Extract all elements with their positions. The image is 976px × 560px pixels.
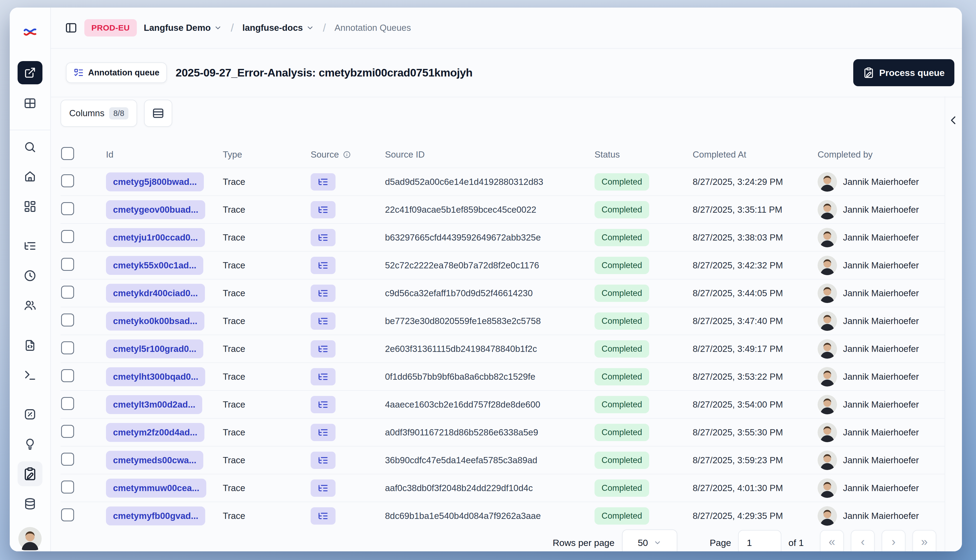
row-id-link[interactable]: cmetygeov00buad...	[106, 200, 205, 219]
first-page-button[interactable]: «	[820, 530, 844, 552]
row-source-link[interactable]	[310, 257, 335, 274]
row-checkbox[interactable]	[61, 342, 74, 354]
chevron-down-icon	[654, 538, 662, 547]
sidebar-item-evaluation[interactable]	[23, 408, 37, 421]
row-checkbox[interactable]	[61, 425, 74, 438]
row-checkbox[interactable]	[61, 202, 74, 215]
project-switcher[interactable]: langfuse-docs	[242, 23, 314, 33]
clipboard-pen-icon	[863, 67, 874, 78]
row-completed-at: 8/27/2025, 3:49:17 PM	[692, 344, 818, 354]
table-row: cmetylht300bqad0... Trace 0f1dd65b7bb9bf…	[60, 362, 945, 390]
queue-items-table: Id Type Source Source ID Status Complete…	[60, 142, 945, 530]
sidebar-item-playground[interactable]	[23, 368, 37, 382]
list-tree-icon	[318, 232, 329, 243]
row-id-link[interactable]: cmetyju1r00ccad0...	[106, 228, 205, 247]
org-switcher[interactable]: Langfuse Demo	[144, 23, 222, 33]
row-source-link[interactable]	[310, 396, 335, 413]
row-completed-at: 8/27/2025, 3:38:03 PM	[692, 232, 818, 243]
row-id-link[interactable]: cmetymeds00cwa...	[106, 451, 203, 470]
row-checkbox[interactable]	[61, 258, 74, 271]
row-id-link[interactable]: cmetyko0k00bsad...	[106, 312, 204, 330]
row-checkbox[interactable]	[61, 286, 74, 298]
row-checkbox[interactable]	[61, 313, 74, 327]
sidebar-item-tracing[interactable]	[23, 240, 37, 252]
row-source-link[interactable]	[310, 201, 335, 218]
row-id-link[interactable]: cmetyl5r100grad0...	[106, 340, 203, 358]
sidebar-item-dashboards[interactable]	[23, 200, 37, 213]
sidebar-divider	[10, 130, 50, 130]
chevron-down-icon	[214, 24, 222, 32]
row-source-link[interactable]	[310, 480, 335, 497]
row-checkbox[interactable]	[61, 480, 74, 493]
avatar	[818, 339, 837, 358]
row-source-link[interactable]	[310, 424, 335, 441]
status-badge: Completed	[594, 173, 649, 190]
row-completed-at: 8/27/2025, 3:24:29 PM	[692, 177, 818, 187]
avatar	[818, 283, 837, 303]
table-row: cmetyg5j800bwad... Trace d5ad9d52a00c6e1…	[60, 168, 945, 195]
sidebar-item-tables[interactable]	[23, 97, 37, 110]
row-checkbox[interactable]	[61, 369, 74, 382]
prev-page-button[interactable]: ‹	[851, 530, 874, 552]
status-badge: Completed	[594, 507, 649, 525]
sidebar-item-datasets[interactable]	[23, 497, 37, 510]
row-type: Trace	[223, 400, 310, 410]
row-source-id: b63297665cfd4439592649672abb325e	[385, 232, 594, 243]
row-checkbox[interactable]	[61, 397, 74, 410]
sidebar-item-insights[interactable]	[23, 438, 37, 450]
breadcrumb-section[interactable]: Annotation Queues	[334, 23, 411, 33]
columns-count-badge: 8/8	[109, 107, 128, 120]
row-id-link[interactable]: cmetykdr400ciad0...	[106, 284, 205, 303]
row-source-link[interactable]	[310, 340, 335, 358]
list-tree-icon	[318, 316, 329, 327]
user-avatar-button[interactable]	[18, 527, 42, 550]
next-page-button[interactable]: ›	[882, 530, 906, 552]
pager: « ‹ › »	[820, 530, 936, 552]
row-checkbox[interactable]	[61, 508, 74, 522]
row-source-link[interactable]	[310, 173, 335, 190]
avatar	[818, 312, 837, 331]
sidebar-item-home[interactable]	[23, 170, 37, 183]
row-source-id: be7723e30d8020559fe1e8583e2c5758	[385, 316, 594, 326]
sidebar-item-search[interactable]	[23, 140, 37, 153]
row-id-link[interactable]: cmetymmuw00cea...	[106, 478, 206, 498]
row-checkbox[interactable]	[61, 174, 74, 187]
sidebar-item-prompts[interactable]	[23, 339, 37, 352]
row-source-link[interactable]	[310, 312, 335, 330]
sidebar-item-open-external[interactable]	[18, 61, 42, 84]
sidebar-item-sessions[interactable]	[23, 269, 37, 282]
rows-per-page-select[interactable]: 50	[622, 530, 677, 552]
row-source-link[interactable]	[310, 452, 335, 469]
row-id-link[interactable]: cmetylt3m00d2ad...	[106, 395, 202, 414]
row-source-id: 22c41f09acae5b1ef859bcec45ce0022	[385, 205, 594, 215]
table-row: cmetymyfb00gvad... Trace 8dc69b1ba1e540b…	[60, 502, 945, 530]
row-checkbox[interactable]	[61, 230, 74, 243]
row-id-link[interactable]: cmetyk55x00c1ad...	[106, 256, 203, 275]
row-id-link[interactable]: cmetyg5j800bwad...	[106, 172, 204, 192]
sidebar-item-users[interactable]	[23, 299, 37, 312]
row-id-link[interactable]: cmetylht300bqad0...	[106, 367, 205, 386]
row-type: Trace	[223, 455, 310, 465]
row-id-link[interactable]: cmetymyfb00gvad...	[106, 507, 205, 525]
page-number-input[interactable]	[738, 530, 781, 552]
sidebar-item-annotation-queues[interactable]	[18, 462, 42, 486]
row-type: Trace	[223, 427, 310, 438]
row-source-link[interactable]	[310, 229, 335, 246]
process-queue-button[interactable]: Process queue	[853, 59, 954, 86]
row-source-link[interactable]	[310, 507, 335, 525]
row-height-button[interactable]	[144, 100, 172, 127]
collapse-panel-button[interactable]	[948, 114, 960, 127]
row-checkbox[interactable]	[61, 453, 74, 466]
table-toolbar: Columns 8/8	[51, 97, 962, 129]
page-label: Page	[710, 538, 731, 548]
table-row: cmetyl5r100grad0... Trace 2e603f31361115…	[60, 335, 945, 362]
row-source-link[interactable]	[310, 285, 335, 302]
columns-button[interactable]: Columns 8/8	[60, 100, 137, 127]
row-id-link[interactable]: cmetym2fz00d4ad...	[106, 423, 204, 442]
sidebar-toggle-icon[interactable]	[65, 22, 77, 34]
row-source-link[interactable]	[310, 368, 335, 385]
info-icon[interactable]	[343, 150, 351, 158]
langfuse-logo[interactable]	[23, 25, 37, 40]
last-page-button[interactable]: »	[913, 530, 936, 552]
select-all-checkbox[interactable]	[61, 147, 74, 160]
